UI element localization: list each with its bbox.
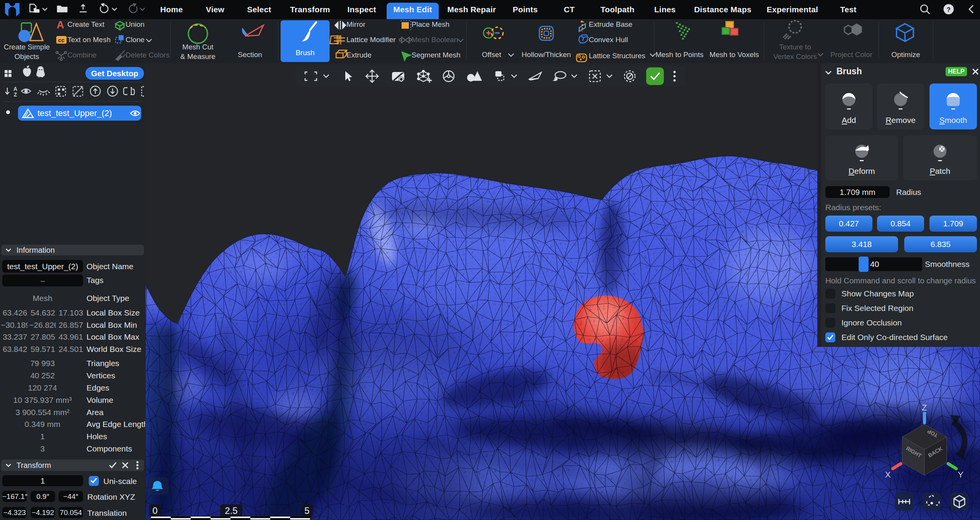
- svg-text:Z: Z: [14, 92, 17, 98]
- svg-text:X: X: [885, 470, 891, 479]
- svg-text:A: A: [13, 86, 17, 92]
- svg-text:0: 0: [152, 505, 157, 516]
- svg-text:Y: Y: [958, 470, 964, 479]
- svg-text:Z: Z: [922, 403, 927, 412]
- svg-text:2.5: 2.5: [225, 505, 237, 516]
- svg-text:5: 5: [304, 505, 309, 516]
- svg-text:?: ?: [947, 6, 951, 13]
